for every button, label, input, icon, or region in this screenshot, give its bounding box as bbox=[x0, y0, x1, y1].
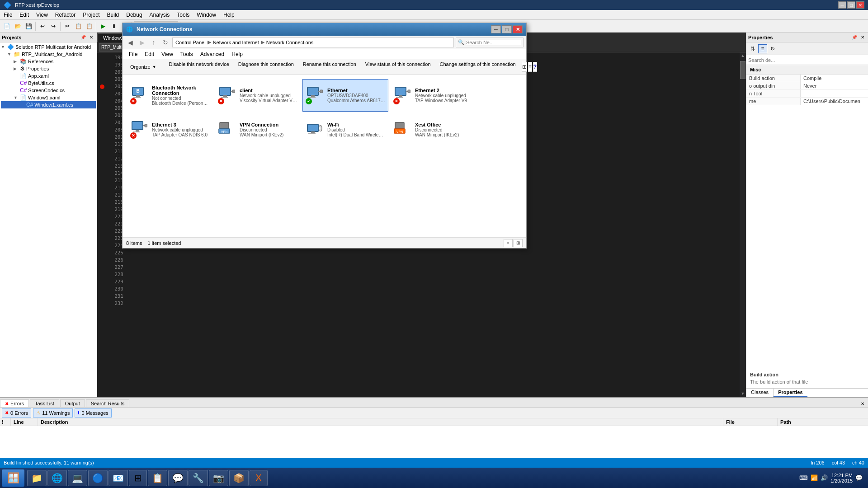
menu-analysis[interactable]: Analysis bbox=[146, 11, 174, 19]
net-menu-advanced[interactable]: Advanced bbox=[197, 50, 228, 58]
taskbar-item-misc2[interactable]: 📦 bbox=[229, 470, 249, 486]
close-button[interactable]: ✕ bbox=[856, 1, 864, 9]
props-tab-properties[interactable]: Properties bbox=[774, 389, 807, 397]
net-breadcrumb[interactable]: Control Panel ▶ Network and Internet ▶ N… bbox=[172, 38, 454, 47]
menu-view[interactable]: View bbox=[33, 11, 52, 19]
net-status-btn[interactable]: View status of this connection bbox=[361, 61, 435, 73]
messages-btn[interactable]: ℹ 0 Messages bbox=[75, 408, 111, 418]
net-up-btn[interactable]: ↑ bbox=[149, 38, 159, 47]
props-row-name[interactable]: me C:\Users\Public\Documen bbox=[746, 98, 868, 105]
net-item-ethernet[interactable]: ✓ Ethernet OPTUSVD3DAF400 Qualcomm Ather… bbox=[302, 79, 388, 112]
taskbar-item-outlook[interactable]: 📋 bbox=[148, 470, 167, 486]
net-view-toggle2[interactable]: ≡ bbox=[528, 62, 532, 72]
tree-item-properties[interactable]: ▶ ⚙ Properties bbox=[1, 65, 96, 72]
err-col-file[interactable]: File bbox=[723, 418, 778, 426]
props-tab-classes[interactable]: Classes bbox=[746, 389, 774, 397]
tree-item-byteutils[interactable]: C# ByteUtils.cs bbox=[1, 80, 96, 87]
net-organize-btn[interactable]: Organize ▼ bbox=[125, 61, 161, 73]
taskbar-item-dev[interactable]: 🔧 bbox=[189, 470, 208, 486]
minimize-button[interactable]: ─ bbox=[838, 1, 846, 9]
toolbar-redo[interactable]: ↪ bbox=[48, 21, 58, 31]
taskbar-item-apps[interactable]: ⊞ bbox=[129, 470, 147, 486]
maximize-button[interactable]: □ bbox=[847, 1, 855, 9]
net-item-xest-office[interactable]: VPN Xest Office Disconnected WAN Minipor… bbox=[390, 113, 476, 146]
net-item-bluetooth[interactable]: B ✕ Bluetooth Network Connection Not con… bbox=[127, 79, 213, 112]
props-sort-btn[interactable]: ⇅ bbox=[748, 44, 757, 53]
net-rename-btn[interactable]: Rename this connection bbox=[299, 61, 360, 73]
tree-item-solution[interactable]: ▼ 🔷 Solution RTP Multicast for Android bbox=[1, 43, 96, 51]
toolbar-copy[interactable]: 📋 bbox=[73, 21, 83, 31]
props-row-build-action[interactable]: Build action Compile bbox=[746, 75, 868, 82]
taskbar-item-browser1[interactable]: 🌐 bbox=[47, 470, 67, 486]
err-col-line[interactable]: Line bbox=[11, 418, 38, 426]
net-search-box[interactable]: 🔍 bbox=[456, 38, 524, 47]
taskbar-item-misc1[interactable]: 📷 bbox=[209, 470, 228, 486]
tree-item-project[interactable]: ▼ 📁 RTP_Multicast_for_Android bbox=[1, 51, 96, 58]
tree-item-references[interactable]: ▶ 📚 References bbox=[1, 58, 96, 65]
net-menu-help[interactable]: Help bbox=[228, 50, 246, 58]
tree-item-window1xaml[interactable]: ▼ 📄 Window1.xaml bbox=[1, 94, 96, 101]
toolbar-open[interactable]: 📂 bbox=[13, 21, 23, 31]
props-pin-btn[interactable]: 📌 bbox=[851, 34, 858, 41]
toolbar-run[interactable]: ▶ bbox=[98, 21, 108, 31]
se-close-btn[interactable]: ✕ bbox=[88, 34, 95, 41]
net-menu-view[interactable]: View bbox=[158, 50, 177, 58]
net-minimize-btn[interactable]: ─ bbox=[491, 25, 501, 33]
tree-item-appxaml[interactable]: 📄 App.xaml bbox=[1, 72, 96, 80]
tree-item-screencodec[interactable]: C# ScreenCodec.cs bbox=[1, 87, 96, 94]
toolbar-cut[interactable]: ✂ bbox=[62, 21, 72, 31]
net-disable-btn[interactable]: Disable this network device bbox=[165, 61, 233, 73]
props-row-tool[interactable]: n Tool bbox=[746, 90, 868, 98]
bottom-panel-close[interactable]: ✕ bbox=[859, 400, 866, 407]
net-item-wifi[interactable]: Wi-Fi Disabled Intel(R) Dual Band Wirele… bbox=[302, 113, 388, 146]
menu-refactor[interactable]: Refactor bbox=[52, 11, 79, 19]
toolbar-undo[interactable]: ↩ bbox=[38, 21, 47, 31]
net-help-btn[interactable]: ? bbox=[533, 62, 537, 72]
props-close-btn[interactable]: ✕ bbox=[859, 34, 866, 41]
net-maximize-btn[interactable]: □ bbox=[502, 25, 512, 33]
tab-output[interactable]: Output bbox=[60, 399, 85, 407]
net-view-toggle1[interactable]: ⊞ bbox=[522, 62, 527, 72]
props-category-btn[interactable]: ≡ bbox=[758, 44, 767, 53]
tab-search-results[interactable]: Search Results bbox=[86, 399, 130, 407]
net-close-btn[interactable]: ✕ bbox=[513, 25, 523, 33]
toolbar-new[interactable]: 📄 bbox=[2, 21, 12, 31]
taskbar-item-xest[interactable]: X bbox=[250, 470, 268, 486]
net-back-btn[interactable]: ◀ bbox=[125, 38, 135, 47]
props-search-input[interactable] bbox=[746, 55, 868, 65]
taskbar-item-folder[interactable]: 📁 bbox=[27, 470, 47, 486]
net-list-view-btn[interactable]: ≡ bbox=[504, 239, 513, 247]
start-button[interactable]: 🪟 bbox=[2, 469, 24, 487]
props-row-output[interactable]: o output din Never bbox=[746, 82, 868, 90]
code-scrollbar[interactable]: ▲ ▼ bbox=[740, 52, 746, 397]
net-menu-edit[interactable]: Edit bbox=[141, 50, 158, 58]
net-search-input[interactable] bbox=[466, 40, 521, 45]
toolbar-save[interactable]: 💾 bbox=[24, 21, 33, 31]
tab-errors[interactable]: ✖ Errors bbox=[0, 399, 29, 407]
net-icon-view-btn[interactable]: ⊞ bbox=[514, 239, 523, 247]
menu-build[interactable]: Build bbox=[104, 11, 123, 19]
net-item-ethernet2[interactable]: ✕ Ethernet 2 Network cable unplugged TAP… bbox=[390, 79, 476, 112]
net-item-vpn[interactable]: VPN VPN Connection Disconnected WAN Mini… bbox=[215, 113, 301, 146]
net-menu-tools[interactable]: Tools bbox=[177, 50, 197, 58]
tree-item-window1cs[interactable]: C# Window1.xaml.cs bbox=[1, 101, 96, 108]
menu-window[interactable]: Window bbox=[193, 11, 220, 19]
toolbar-pause[interactable]: ⏸ bbox=[109, 21, 119, 31]
net-settings-btn[interactable]: Change settings of this connection bbox=[436, 61, 520, 73]
menu-tools[interactable]: Tools bbox=[173, 11, 193, 19]
net-menu-file[interactable]: File bbox=[125, 50, 141, 58]
net-item-client[interactable]: ✕ client Network cable unplugged Viscosi… bbox=[215, 79, 301, 112]
menu-project[interactable]: Project bbox=[79, 11, 103, 19]
err-col-path[interactable]: Path bbox=[778, 418, 868, 426]
taskbar-item-skype[interactable]: 💬 bbox=[168, 470, 188, 486]
taskbar-item-computer[interactable]: 💻 bbox=[68, 470, 87, 486]
menu-debug[interactable]: Debug bbox=[123, 11, 146, 19]
warnings-btn[interactable]: ⚠ 11 Warnings bbox=[33, 408, 73, 418]
net-item-ethernet3[interactable]: ✕ Ethernet 3 Network cable unplugged TAP… bbox=[127, 113, 213, 146]
errors-btn[interactable]: ✖ 0 Errors bbox=[2, 408, 31, 418]
toolbar-paste[interactable]: 📋 bbox=[84, 21, 94, 31]
se-pin-btn[interactable]: 📌 bbox=[80, 34, 87, 41]
net-forward-btn[interactable]: ▶ bbox=[137, 38, 147, 47]
menu-help[interactable]: Help bbox=[220, 11, 238, 19]
err-col-description[interactable]: Description bbox=[38, 418, 723, 426]
